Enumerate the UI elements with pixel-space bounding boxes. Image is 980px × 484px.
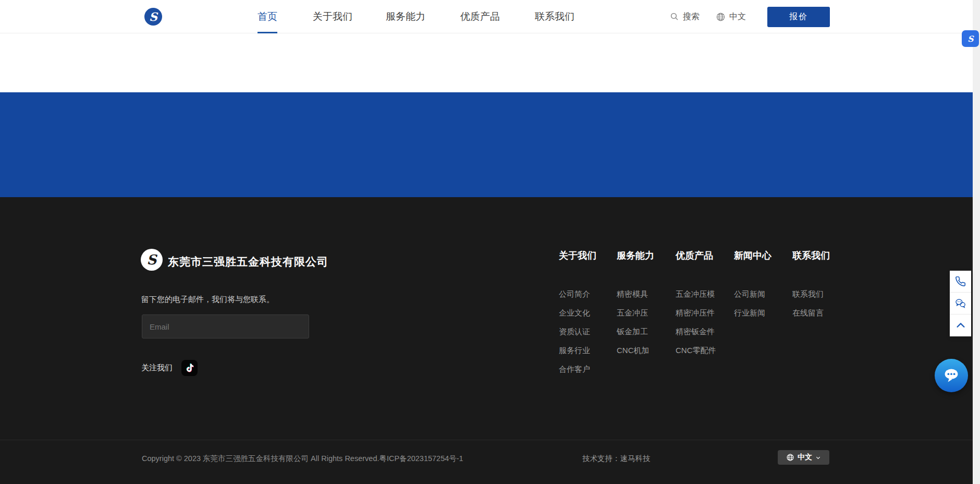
language-switcher[interactable]: 中文 <box>716 0 746 33</box>
floating-logo-badge[interactable]: S <box>962 30 979 47</box>
footer-link[interactable]: 精密钣金件 <box>676 326 733 337</box>
footer-company-name: 东莞市三强胜五金科技有限公司 <box>168 255 328 269</box>
footer-column-title: 关于我们 <box>559 249 616 262</box>
side-toolbar <box>950 271 971 336</box>
footer-link[interactable]: 在线留言 <box>792 308 850 318</box>
search-button[interactable]: 搜索 <box>670 0 700 33</box>
active-nav-underline <box>258 32 277 33</box>
footer-link[interactable]: CNC零配件 <box>676 345 733 356</box>
search-icon <box>670 12 679 21</box>
footer-link[interactable]: 服务行业 <box>559 345 616 356</box>
footer-link[interactable]: 五金冲压模 <box>676 289 733 299</box>
wechat-button[interactable] <box>950 293 971 314</box>
footer-link[interactable]: 精密冲压件 <box>676 308 733 318</box>
nav-item-contact[interactable]: 联系我们 <box>535 0 574 33</box>
svg-text:S: S <box>967 34 974 44</box>
footer-language-label: 中文 <box>798 453 812 462</box>
logo-s-icon: S <box>965 33 976 44</box>
footer-link[interactable]: 公司简介 <box>559 289 616 299</box>
footer-link[interactable]: 钣金加工 <box>617 326 674 337</box>
copyright-text: Copyright © 2023 东莞市三强胜五金科技有限公司 All Righ… <box>142 454 463 464</box>
cta-banner: 立即获取您需要的产品 所有信息和上传都是安全保密的。 立即报价 › <box>0 92 973 197</box>
tech-support-text: 技术支持：速马科技 <box>582 454 651 464</box>
nav-item-contact-label: 联系我们 <box>535 11 574 22</box>
tiktok-link[interactable] <box>181 360 198 376</box>
svg-text:S: S <box>147 252 158 268</box>
tiktok-icon <box>184 362 195 373</box>
footer-column-news: 新闻中心 公司新闻 行业新闻 <box>734 249 791 326</box>
footer-logo-icon: S <box>141 249 163 271</box>
footer-link[interactable]: 资质认证 <box>559 326 616 337</box>
globe-icon <box>716 12 726 22</box>
company-logo-icon[interactable]: S <box>144 8 162 26</box>
email-prompt: 留下您的电子邮件，我们将与您联系。 <box>141 295 274 305</box>
nav-item-home[interactable]: 首页 <box>258 0 277 33</box>
nav-item-products[interactable]: 优质产品 <box>460 0 500 33</box>
language-label: 中文 <box>729 11 746 22</box>
footer-language-selector[interactable]: 中文 <box>778 450 829 465</box>
footer-column-capability: 服务能力 精密模具 五金冲压 钣金加工 CNC机加 <box>617 249 674 364</box>
globe-icon <box>786 453 794 462</box>
footer-column-products: 优质产品 五金冲压模 精密冲压件 精密钣金件 CNC零配件 <box>676 249 733 364</box>
footer-link[interactable]: 合作客户 <box>559 364 616 374</box>
nav-item-about-label: 关于我们 <box>313 11 352 22</box>
footer-column-title: 新闻中心 <box>734 249 791 262</box>
footer-link[interactable]: 联系我们 <box>792 289 850 299</box>
chevron-down-icon <box>815 455 821 461</box>
follow-us-label: 关注我们 <box>141 363 173 373</box>
footer-link[interactable]: CNC机加 <box>617 345 674 356</box>
footer-column-title: 优质产品 <box>676 249 733 262</box>
footer-column-title: 联系我们 <box>792 249 850 262</box>
nav-item-products-label: 优质产品 <box>460 11 500 22</box>
wechat-icon <box>954 297 966 309</box>
nav-item-capability-label: 服务能力 <box>386 11 425 22</box>
page: S 首页 关于我们 服务能力 优质产品 联系我们 搜索 <box>0 0 980 484</box>
footer-link[interactable]: 行业新闻 <box>734 308 791 318</box>
footer-column-contact: 联系我们 联系我们 在线留言 <box>792 249 850 326</box>
footer-link[interactable]: 五金冲压 <box>617 308 674 318</box>
footer-link[interactable]: 公司新闻 <box>734 289 791 299</box>
scrollbar-track[interactable] <box>973 0 980 484</box>
chat-bubble-icon <box>942 366 961 385</box>
footer-link[interactable]: 精密模具 <box>617 289 674 299</box>
nav-item-home-label: 首页 <box>258 11 277 22</box>
logo-svg: S <box>144 8 162 26</box>
phone-icon <box>955 276 966 287</box>
back-to-top-button[interactable] <box>950 314 971 336</box>
nav-item-about[interactable]: 关于我们 <box>313 0 352 33</box>
svg-text:S: S <box>149 10 158 23</box>
footer-column-about: 关于我们 公司简介 企业文化 资质认证 服务行业 合作客户 <box>559 249 616 383</box>
footer-column-title: 服务能力 <box>617 249 674 262</box>
footer-link[interactable]: 企业文化 <box>559 308 616 318</box>
search-label: 搜索 <box>683 11 700 22</box>
quote-button[interactable]: 报价 <box>767 7 830 27</box>
nav-item-capability[interactable]: 服务能力 <box>386 0 425 33</box>
phone-button[interactable] <box>950 271 971 293</box>
header: S 首页 关于我们 服务能力 优质产品 联系我们 搜索 <box>0 0 973 33</box>
email-input[interactable] <box>142 314 309 338</box>
live-chat-button[interactable] <box>935 359 968 392</box>
chevron-up-icon <box>955 320 966 331</box>
